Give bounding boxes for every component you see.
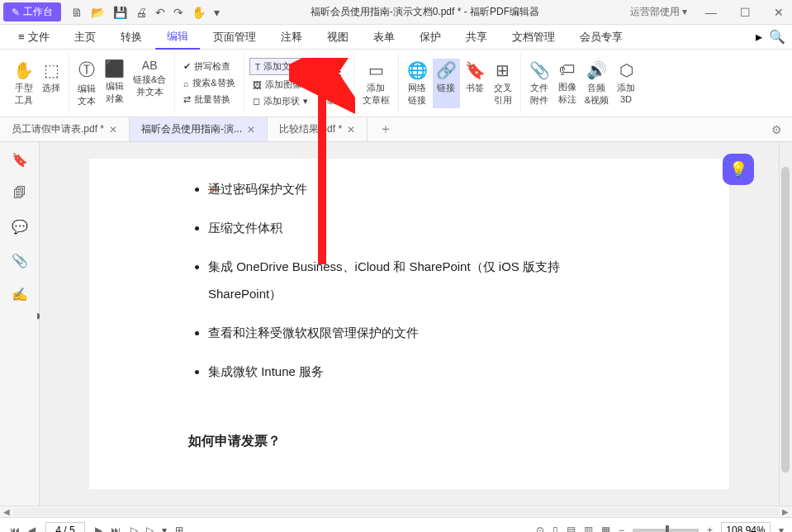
crossref-icon: ⊞ — [496, 60, 510, 80]
audio-video-button[interactable]: 🔊音频 &视频 — [581, 59, 612, 108]
bookmark-panel-icon[interactable]: 🔖 — [12, 152, 28, 168]
zoom-dropdown-icon[interactable]: ▾ — [779, 525, 784, 533]
cross-ref-button[interactable]: ⊞交叉 引用 — [491, 59, 515, 108]
search-replace-button[interactable]: ⌕搜索&替换 — [180, 76, 238, 90]
last-page-button[interactable]: ⏭ — [109, 525, 122, 533]
view-mode-icon[interactable]: ▾ — [162, 525, 167, 533]
doc-tab-2[interactable]: 比较结果.pdf *✕ — [268, 117, 368, 141]
menu-annotate[interactable]: 注释 — [269, 26, 314, 49]
hand-icon[interactable]: ✋ — [192, 6, 206, 19]
menu-view[interactable]: 视图 — [315, 26, 360, 49]
bookmark-button[interactable]: 🔖书签 — [462, 59, 489, 108]
list-item: 压缩文件体积 — [208, 214, 630, 241]
signature-panel-icon[interactable]: ✍ — [12, 287, 28, 302]
document-view[interactable]: 通过密码保护文件 压缩文件体积 集成 OneDrive Business、iCl… — [40, 142, 779, 506]
scroll-right-icon[interactable]: ▶ — [779, 507, 792, 516]
text-t-icon: T — [255, 62, 261, 72]
print-icon[interactable]: 🖨 — [135, 6, 147, 19]
workspace-button[interactable]: ✎ 工作台 — [3, 2, 61, 21]
more-icon[interactable]: ▾ — [214, 6, 220, 19]
doc-tab-0[interactable]: 员工请假申请表.pdf *✕ — [0, 117, 130, 141]
menu-pages[interactable]: 页面管理 — [202, 26, 268, 49]
pdf-page: 通过密码保护文件 压缩文件体积 集成 OneDrive Business、iCl… — [89, 159, 729, 489]
select-button[interactable]: ⬚选择 — [39, 59, 64, 108]
zoom-out-button[interactable]: − — [619, 525, 624, 533]
help-bubble-button[interactable]: 💡 — [723, 154, 754, 185]
menu-share[interactable]: 共享 — [454, 26, 499, 49]
pages-panel-icon[interactable]: 🗐 — [13, 186, 26, 201]
two-cont-icon[interactable]: ▦ — [601, 525, 610, 533]
first-page-button[interactable]: ⏮ — [8, 525, 21, 533]
pen-icon: ✎ — [12, 7, 20, 18]
section-heading: 如何申请发票？ — [188, 426, 630, 455]
prev-page-button[interactable]: ◀ — [26, 525, 37, 533]
close-tab-icon[interactable]: ✕ — [109, 124, 117, 135]
menu-member[interactable]: 会员专享 — [568, 26, 634, 49]
menu-protect[interactable]: 保护 — [408, 26, 453, 49]
search-icon[interactable]: 🔍 — [769, 29, 785, 45]
zoom-in-button[interactable]: + — [707, 525, 713, 533]
page-input[interactable] — [45, 522, 85, 533]
edit-object-button[interactable]: ⬛编辑 对象 — [101, 57, 128, 109]
minimize-button[interactable]: — — [700, 6, 722, 19]
workspace-label: 工作台 — [23, 5, 53, 19]
new-icon[interactable]: 🗎 — [71, 6, 83, 19]
attachments-panel-icon[interactable]: 📎 — [12, 253, 28, 268]
add-article-button[interactable]: ▭添加 文章框 — [359, 59, 393, 108]
menu-home[interactable]: 主页 — [63, 26, 107, 49]
file-menu[interactable]: ≡ 文件 — [7, 26, 61, 49]
hand-tool-button[interactable]: ✋手型 工具 — [10, 59, 37, 108]
close-tab-icon[interactable]: ✕ — [247, 124, 255, 135]
undo-icon[interactable]: ↶ — [155, 6, 165, 19]
horizontal-scrollbar[interactable]: ◀ ▶ — [0, 506, 792, 517]
add-image-button[interactable]: 🖼添加图像 ▾ — [249, 78, 313, 92]
web-link-button[interactable]: 🌐网络 链接 — [404, 59, 431, 108]
link-merge-button[interactable]: AB链接&合 并文本 — [130, 57, 169, 109]
list-item: 查看和注释受微软权限管理保护的文件 — [208, 319, 630, 346]
link-button[interactable]: 🔗链接 — [433, 59, 460, 108]
add-text-button[interactable]: T添加文本 — [249, 58, 313, 75]
zoom-input[interactable] — [721, 522, 771, 533]
zoom-slider[interactable] — [633, 529, 699, 532]
image-annot-button[interactable]: 🏷图像 标注 — [555, 59, 580, 108]
object-icon: ⬛ — [104, 59, 125, 78]
flow-icon: ≣ — [329, 60, 343, 80]
close-tab-icon[interactable]: ✕ — [347, 124, 355, 135]
scroll-left-icon[interactable]: ◀ — [0, 507, 13, 516]
menu-convert[interactable]: 转换 — [109, 26, 154, 49]
jump-back-button[interactable]: ▷ — [130, 525, 138, 533]
left-sidebar: 🔖 🗐 💬 📎 ✍ ▸ — [0, 142, 40, 506]
menu-form[interactable]: 表单 — [362, 26, 406, 49]
doc-tab-1[interactable]: 福昕会员使用指南-演...✕ — [130, 117, 268, 141]
add-tab-button[interactable]: ＋ — [368, 116, 404, 143]
jump-fwd-button[interactable]: ▷ — [146, 525, 154, 533]
lightbulb-icon: 💡 — [729, 160, 747, 178]
redo-icon[interactable]: ↷ — [173, 6, 183, 19]
menu-expand-icon[interactable]: ▸ — [756, 29, 762, 45]
continuous-icon[interactable]: ▤ — [567, 525, 576, 533]
flow-edit-button[interactable]: ≣流式 编辑 — [324, 59, 349, 108]
vertical-scrollbar[interactable] — [779, 142, 792, 506]
two-page-icon[interactable]: ▥ — [584, 525, 593, 533]
single-page-icon[interactable]: ▯ — [553, 525, 558, 533]
add-shape-button[interactable]: ◻添加形状 ▾ — [249, 94, 313, 108]
batch-replace-button[interactable]: ⇄批量替换 — [180, 93, 238, 107]
image-annot-icon: 🏷 — [559, 60, 576, 79]
menu-edit[interactable]: 编辑 — [155, 25, 200, 50]
next-page-button[interactable]: ▶ — [93, 525, 104, 533]
maximize-button[interactable]: ☐ — [735, 6, 756, 19]
add-3d-button[interactable]: ⬡添加 3D — [614, 59, 638, 108]
fit-page-icon[interactable]: ⊙ — [536, 525, 544, 533]
file-attach-button[interactable]: 📎文件 附件 — [526, 59, 553, 108]
spell-check-button[interactable]: ✔拼写检查 — [180, 59, 238, 74]
reflow-icon[interactable]: ⊞ — [175, 525, 183, 533]
chevron-down-icon: ▾ — [305, 79, 310, 90]
save-icon[interactable]: 💾 — [113, 6, 127, 19]
close-button[interactable]: ✕ — [769, 6, 789, 19]
open-icon[interactable]: 📂 — [91, 6, 105, 19]
menu-docmgmt[interactable]: 文档管理 — [500, 26, 567, 49]
tab-settings-icon[interactable]: ⚙ — [761, 123, 792, 136]
comments-panel-icon[interactable]: 💬 — [12, 219, 28, 235]
edit-text-button[interactable]: Ⓣ编辑 文本 — [74, 57, 99, 109]
user-dropdown[interactable]: 运营部使用 ▾ — [630, 5, 687, 19]
